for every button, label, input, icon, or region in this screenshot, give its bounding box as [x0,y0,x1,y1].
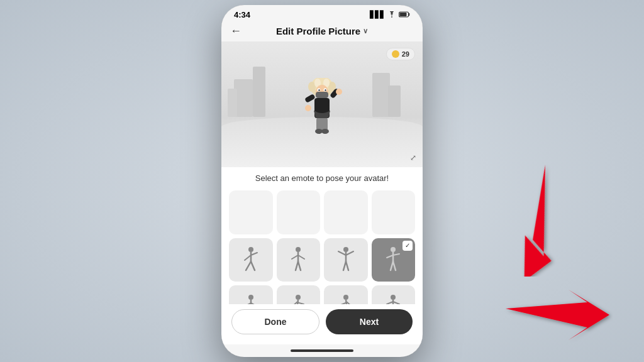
status-bar: 4:34 ▋▋▋ [221,5,423,22]
status-icons: ▋▋▋ [370,11,410,19]
svg-point-23 [321,129,329,134]
emote-grid: ✓ [229,238,415,305]
signal-icon: ▋▋▋ [370,11,385,19]
svg-rect-10 [316,92,328,98]
svg-point-18 [305,105,311,111]
header-title: Edit Profile Picture ∨ [276,26,368,36]
emote-partial-2 [277,190,321,234]
emote-item-8[interactable] [372,285,416,304]
svg-point-48 [248,295,253,300]
svg-point-30 [296,247,301,252]
svg-point-14 [325,89,326,90]
svg-point-13 [318,89,319,90]
svg-line-56 [291,302,297,304]
home-indicator [221,344,423,357]
expand-icon[interactable]: ⤢ [410,153,416,162]
svg-line-41 [346,261,348,270]
svg-line-47 [393,261,396,270]
emote-item-6[interactable] [277,285,321,304]
emote-partial-1 [229,190,273,234]
avatar-figure [297,78,347,150]
svg-line-29 [251,261,255,270]
done-button[interactable]: Done [231,309,319,334]
emote-item-7[interactable] [324,285,368,304]
instruction-text: Select an emote to pose your avatar! [221,167,423,188]
svg-line-39 [346,251,353,255]
next-button[interactable]: Next [326,309,413,334]
emote-item-1[interactable] [229,238,273,282]
svg-point-42 [391,247,396,252]
coin-badge: 29 [386,48,415,60]
svg-line-27 [251,253,257,255]
emote-partial-4 [372,190,416,234]
emote-item-3[interactable] [324,238,368,282]
chevron-down-icon[interactable]: ∨ [363,27,368,35]
svg-point-24 [248,247,253,252]
status-time: 4:34 [234,10,250,19]
emote-item-5[interactable] [229,285,273,304]
coin-icon [392,50,399,58]
avatar-area: 29 [221,41,423,167]
emote-item-4[interactable]: ✓ [372,238,416,282]
coin-count: 29 [402,50,409,58]
svg-point-66 [391,295,396,300]
svg-point-54 [296,295,301,300]
svg-line-51 [251,303,257,304]
svg-line-28 [246,261,251,270]
svg-line-45 [393,254,399,255]
home-bar [291,349,353,352]
phone-frame: 4:34 ▋▋▋ ← Edit Pr [221,5,423,357]
bottom-buttons: Done Next [221,304,423,344]
svg-point-19 [336,89,342,95]
selected-check-icon: ✓ [402,241,413,251]
emote-partial-3 [324,190,368,234]
svg-line-68 [387,302,393,304]
svg-line-33 [298,255,304,259]
svg-line-26 [245,255,251,260]
svg-rect-2 [400,13,407,16]
svg-line-69 [393,302,399,304]
back-button[interactable]: ← [230,25,242,38]
svg-line-44 [387,255,393,258]
svg-line-63 [347,302,353,304]
header: ← Edit Profile Picture ∨ [221,22,423,41]
svg-rect-16 [304,94,316,103]
svg-point-0 [391,16,392,17]
emote-partial-row [229,190,415,234]
svg-point-36 [343,247,348,252]
emote-item-2[interactable] [277,238,321,282]
wifi-icon [387,11,396,19]
svg-line-38 [338,251,346,255]
emote-section: ✓ [221,188,423,304]
header-title-text: Edit Profile Picture [276,26,360,36]
svg-point-60 [343,295,348,300]
svg-line-32 [292,255,298,259]
svg-line-35 [298,261,301,270]
battery-icon [399,11,410,19]
svg-line-50 [245,303,251,304]
